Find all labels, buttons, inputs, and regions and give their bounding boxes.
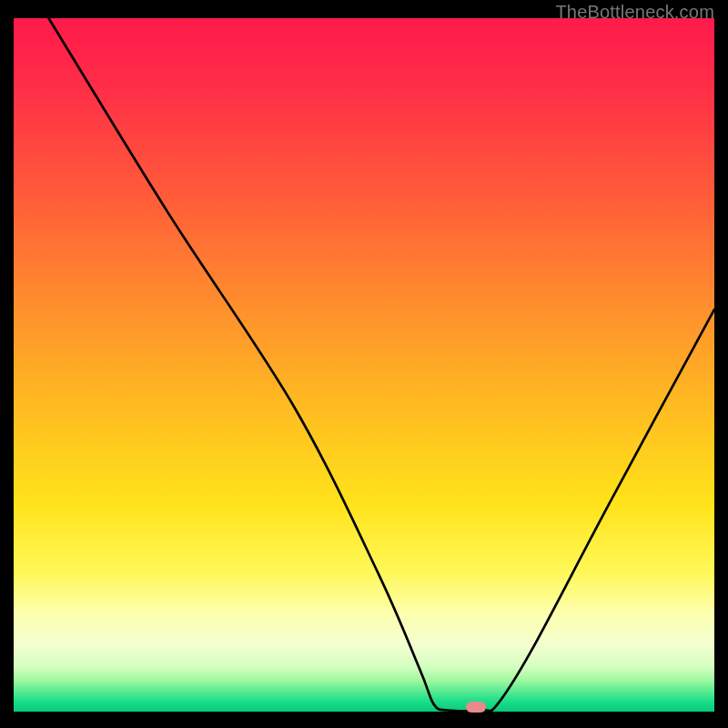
chart-stage: TheBottleneck.com — [0, 0, 728, 728]
chart-area — [14, 18, 714, 712]
bottleneck-curve — [14, 18, 714, 712]
optimal-point-marker — [466, 702, 486, 713]
watermark-text: TheBottleneck.com — [555, 2, 714, 23]
